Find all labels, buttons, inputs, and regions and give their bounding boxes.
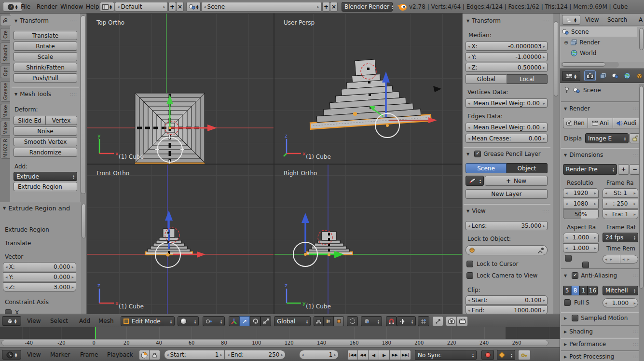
mode-dropdown[interactable]: Edit Mode [121, 316, 175, 326]
median-x-field[interactable]: X:-0.0000003 [466, 42, 548, 51]
menu-file[interactable]: File [21, 3, 30, 10]
menu-help[interactable]: Help [86, 3, 99, 10]
tab-render-properties[interactable] [584, 70, 596, 81]
push-pull-button[interactable]: Push/Pull [14, 73, 77, 83]
panel-grip-icon[interactable] [70, 19, 77, 23]
current-frame-field[interactable]: 1 [299, 350, 339, 360]
aa-samples-11-button[interactable]: 1 [579, 286, 588, 295]
snap-element-dropdown[interactable] [397, 316, 416, 326]
checkbox-icon[interactable] [466, 261, 473, 267]
add-scene-button[interactable] [322, 2, 330, 12]
scrollbar-thumb[interactable] [562, 62, 605, 67]
tab-object-properties[interactable] [633, 70, 644, 81]
opengl-render-anim-button[interactable] [457, 316, 468, 326]
crop-checkbox[interactable] [582, 262, 589, 268]
anti-aliasing-panel-header[interactable]: Anti-Aliasing [564, 272, 640, 279]
audio-button[interactable]: Audi [613, 118, 640, 128]
panel-grip-icon[interactable] [70, 92, 77, 97]
vector-z-field[interactable]: Z:3.000 [3, 282, 76, 292]
tab-mhx2[interactable]: MHX2 R [0, 138, 10, 159]
local-toggle[interactable]: Local [507, 74, 548, 84]
resolution-y-field[interactable]: 1080 [563, 199, 599, 208]
lock-object-field[interactable] [466, 245, 548, 255]
play-button[interactable]: ▶ [379, 350, 390, 360]
vertex-select-mode-button[interactable] [314, 316, 324, 326]
tab-grease[interactable]: Grease [0, 81, 10, 102]
vertex-bevel-weight-field[interactable]: Mean Bevel Weig: 0.00 [466, 98, 548, 108]
quad-front-ortho[interactable]: Front Ortho z x (1) Cube [87, 164, 274, 314]
outliner-item-scene[interactable]: Scene [560, 27, 637, 37]
timeline-hscrollbar[interactable] [1, 340, 548, 346]
tool-shelf-scrollbar[interactable] [80, 14, 87, 202]
gp-new-button[interactable]: New [485, 176, 548, 186]
randomize-button[interactable]: Randomize [14, 148, 77, 157]
eyedropper-icon[interactable] [537, 247, 544, 254]
close-layout-button[interactable] [176, 2, 184, 12]
operator-scrollbar[interactable] [81, 202, 87, 314]
screen-layout-name-field[interactable]: Default [115, 2, 168, 12]
expand-icon[interactable]: ⊕ [564, 40, 568, 46]
aa-filter-dropdown[interactable]: Mitchell [603, 286, 638, 295]
time-remap-new-stepper[interactable] [620, 255, 638, 264]
manipulator-axis-button[interactable] [229, 316, 239, 326]
tab-make-2[interactable]: Make [0, 121, 10, 136]
menu-window[interactable]: Window [60, 3, 83, 10]
viewport-3d[interactable]: Top Ortho y x (1) Cube [87, 14, 462, 314]
outliner-menu-view[interactable]: View [585, 16, 599, 23]
operator-panel-header[interactable]: Extrude Region and [3, 205, 80, 212]
global-toggle[interactable]: Global [466, 74, 507, 84]
aspect-x-field[interactable]: 1.000 [563, 233, 599, 242]
scrollbar-thumb[interactable] [81, 15, 86, 194]
keying-set-dropdown[interactable] [497, 350, 515, 360]
outliner-item-world[interactable]: World [571, 48, 596, 58]
editor-type-button[interactable]: i▲ ▼ [3, 2, 22, 12]
frame-start-field[interactable]: St: 1 [603, 188, 638, 198]
mesh-tools-panel-header[interactable]: Mesh Tools [14, 91, 77, 97]
menu-mesh[interactable]: Mesh [98, 318, 114, 324]
timeline-menu-playback[interactable]: Playback [107, 351, 133, 358]
proportional-edit-dropdown[interactable] [361, 316, 382, 326]
aa-samples-16-button[interactable]: 16 [588, 286, 598, 295]
tab-shading[interactable]: Shadin [0, 42, 10, 64]
fps-dropdown[interactable]: 24 fps [603, 233, 638, 242]
panel-grip-icon[interactable] [542, 19, 549, 23]
checkbox-icon[interactable] [572, 272, 578, 279]
scene-selector-icon-button[interactable]: ▲ ▼ [186, 2, 201, 12]
timeline-menu-view[interactable]: View [27, 351, 41, 358]
frame-step-field[interactable]: Fra: 1 [603, 209, 638, 219]
extrude-dropdown[interactable]: Extrude [14, 172, 77, 181]
aspect-y-field[interactable]: 1.000 [563, 243, 599, 253]
new-layer-button[interactable]: New Layer [466, 189, 548, 199]
translate-manipulator-button[interactable]: ↗ [239, 316, 250, 326]
start-frame-field[interactable]: Start:1 [164, 350, 225, 360]
mean-crease-field[interactable]: Mean Crease:0.00 [466, 134, 548, 143]
outliner-menu-search[interactable]: Search [607, 16, 627, 23]
quad-right-ortho[interactable]: Right Ortho z y (1) Cube [274, 164, 462, 314]
render-button[interactable]: Ren [563, 118, 588, 128]
checkbox-icon[interactable] [474, 151, 481, 157]
prev-keyframe-button[interactable]: ◀◀ [358, 350, 369, 360]
menu-render[interactable]: Render [37, 3, 57, 10]
full-sample-checkbox[interactable]: Full S [564, 299, 589, 306]
edge-select-mode-button[interactable] [324, 316, 334, 326]
pivot-point-dropdown[interactable] [203, 316, 225, 326]
clip-end-field[interactable]: End:1000.000 [466, 305, 548, 314]
display-mode-dropdown[interactable]: Image E [585, 133, 629, 143]
timeline-menu-marker[interactable]: Marker [50, 351, 70, 358]
tab-tools[interactable]: To [0, 15, 11, 26]
add-layout-button[interactable] [168, 2, 176, 12]
shading-panel[interactable]: Shading [564, 328, 640, 335]
timeline-ruler[interactable]: -40-200204060801001201401601802002202402… [0, 339, 560, 347]
resolution-percentage-slider[interactable]: 50% [563, 209, 599, 219]
add-preset-button[interactable] [618, 164, 629, 175]
editor-type-button[interactable]: ▲ ▼ [562, 71, 580, 81]
time-remap-old-stepper[interactable] [603, 255, 620, 264]
quad-user-persp[interactable]: User Persp z x (1) Cube [274, 14, 462, 164]
scale-button[interactable]: Scale [14, 52, 77, 61]
frame-end-field[interactable]: : 250 [603, 199, 638, 208]
current-frame-marker[interactable] [95, 327, 96, 339]
performance-panel[interactable]: Performance [564, 341, 640, 347]
menu-add[interactable]: Add [79, 318, 90, 324]
end-frame-field[interactable]: End:250 [225, 350, 286, 360]
tab-make-1[interactable]: Make [0, 104, 10, 119]
